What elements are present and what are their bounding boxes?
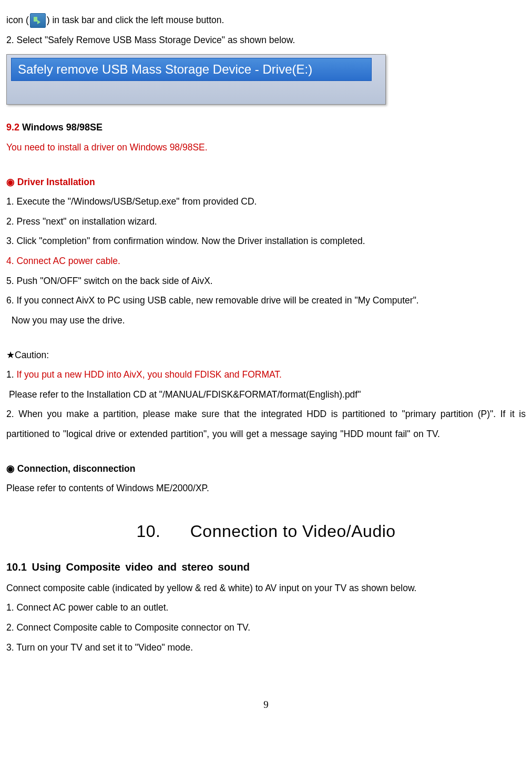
text-fragment: 1.: [6, 369, 16, 380]
menu-item-safely-remove: Safely remove USB Mass Storage Device - …: [11, 58, 372, 81]
step-text: 1. Connect AC power cable to an outlet.: [6, 598, 526, 618]
caution-heading: ★Caution:: [6, 346, 526, 366]
text-fragment-red: If you put a new HDD into AivX, you shou…: [16, 369, 281, 380]
screenshot-safely-remove: Safely remove USB Mass Storage Device - …: [6, 54, 386, 105]
section-heading-10-1: 10.1 Using Composite video and stereo so…: [6, 556, 526, 579]
step-text: 1. Execute the "/Windows/USB/Setup.exe" …: [6, 192, 526, 212]
usb-eject-icon: [30, 13, 46, 28]
section-heading-10: 10. Connection to Video/Audio: [6, 513, 526, 550]
page-number: 9: [6, 694, 526, 716]
step-text: 2. Select "Safely Remove USB Mass Storag…: [6, 31, 526, 50]
step-text: 5. Push "ON/OFF" switch on the back side…: [6, 271, 526, 291]
paragraph-icon-line: icon () in task bar and click the left m…: [6, 11, 526, 31]
caution-ref: Please refer to the Installation CD at "…: [6, 385, 526, 405]
step-text: 6. If you connect AivX to PC using USB c…: [6, 291, 526, 311]
section-number: 9.2: [6, 122, 19, 133]
subheading-text: ◉ Driver Installation: [6, 177, 95, 187]
section-10-intro: Connect composite cable (indicated by ye…: [6, 579, 526, 598]
caution-item-2: 2. When you make a partition, please mak…: [6, 404, 526, 444]
subheading-driver-installation: ◉ Driver Installation: [6, 173, 526, 192]
section-title-text: Windows 98/98SE: [19, 122, 103, 133]
subheading-connection: ◉ Connection, disconnection: [6, 459, 526, 479]
text-fragment: icon (: [6, 15, 29, 25]
menu-item-label: Safely remove USB Mass Storage Device - …: [18, 56, 312, 83]
step-text: 2. Connect Composite cable to Composite …: [6, 618, 526, 638]
step-text: Now you may use the drive.: [6, 311, 526, 331]
step-text: 3. Turn on your TV and set it to "Video"…: [6, 638, 526, 658]
step-text-red: 4. Connect AC power cable.: [6, 251, 526, 271]
caution-item-1: 1. If you put a new HDD into AivX, you s…: [6, 365, 526, 385]
step-text: 2. Press "next" on installation wizard.: [6, 212, 526, 232]
driver-note: You need to install a driver on Windows …: [6, 138, 526, 158]
connection-text: Please refer to contents of Windows ME/2…: [6, 479, 526, 499]
step-text: 3. Click "completion" from confirmation …: [6, 231, 526, 251]
section-heading-9-2: 9.2 Windows 98/98SE: [6, 117, 526, 138]
text-fragment: ) in task bar and click the left mouse b…: [47, 15, 224, 25]
